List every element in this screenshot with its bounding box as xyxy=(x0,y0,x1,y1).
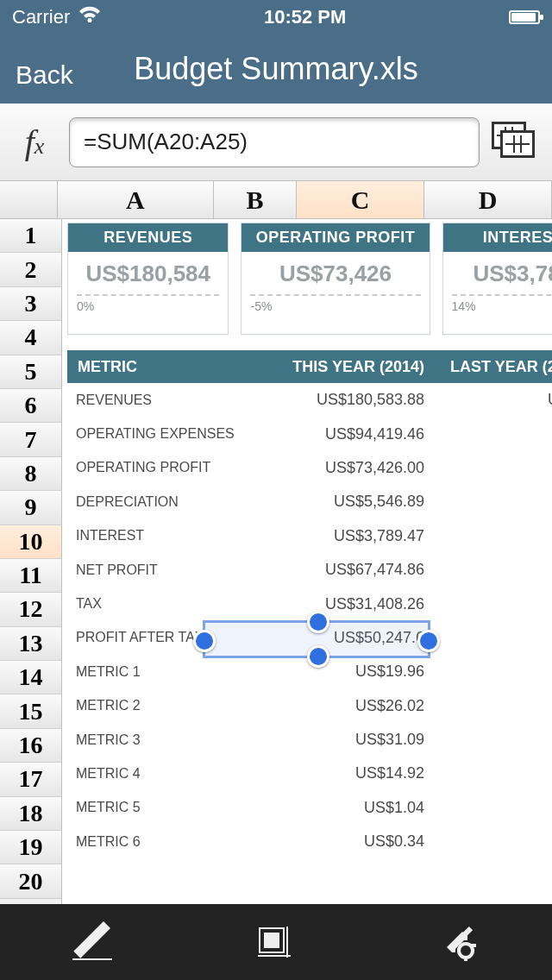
row-header[interactable]: 1 xyxy=(0,219,61,253)
table-row[interactable]: INTERESTUS$3,789.47US$3 xyxy=(67,519,552,553)
summary-card-operating-profit: OPERATING PROFIT US$73,426 -5% xyxy=(241,223,430,335)
table-header: METRIC THIS YEAR (2014) LAST YEAR (2 xyxy=(67,350,552,383)
card-pct: 14% xyxy=(443,296,552,313)
status-bar: Carrier 10:52 PM xyxy=(0,0,552,35)
clock: 10:52 PM xyxy=(264,6,346,28)
nav-bar: Back Budget Summary.xls xyxy=(0,35,552,104)
column-header-d[interactable]: D xyxy=(424,181,552,218)
card-value: US$3,789 xyxy=(443,252,552,291)
card-title: REVENUES xyxy=(68,223,228,252)
selection-handle-right[interactable] xyxy=(417,630,440,652)
row-header[interactable]: 5 xyxy=(0,355,61,389)
row-header[interactable]: 15 xyxy=(0,694,61,728)
formula-input[interactable] xyxy=(69,117,480,167)
summary-card-interest: INTEREST US$3,789 14% xyxy=(442,223,552,335)
card-pct: -5% xyxy=(242,296,429,313)
card-value: US$73,426 xyxy=(242,252,429,291)
card-pct: 0% xyxy=(68,296,228,313)
selection-handle-left[interactable] xyxy=(193,630,216,652)
cell-selection[interactable] xyxy=(203,620,430,658)
card-value: US$180,584 xyxy=(68,252,228,291)
row-header[interactable]: 11 xyxy=(0,559,61,593)
table-row[interactable]: DEPRECIATIONUS$5,546.89US$5 xyxy=(67,485,552,518)
row-header[interactable]: 17 xyxy=(0,763,61,796)
row-header[interactable]: 10 xyxy=(0,525,61,559)
selection-handle-top[interactable] xyxy=(307,611,329,633)
table-row[interactable]: METRIC 6US$0.34U xyxy=(67,825,552,858)
table-row[interactable]: NET PROFITUS$67,474.86US$66 xyxy=(67,553,552,587)
table-row[interactable]: METRIC 4US$14.92US xyxy=(67,757,552,790)
formula-bar: fx xyxy=(0,104,552,181)
cell-canvas[interactable]: REVENUES US$180,584 0% OPERATING PROFIT … xyxy=(62,219,552,904)
row-header[interactable]: 6 xyxy=(0,389,61,423)
row-header[interactable]: 3 xyxy=(0,287,61,321)
column-header-b[interactable]: B xyxy=(214,181,297,218)
draft-tool-icon[interactable] xyxy=(69,921,116,963)
row-header[interactable]: 20 xyxy=(0,864,61,898)
table-row[interactable]: METRIC 2US$26.02US xyxy=(67,689,552,723)
row-header[interactable]: 19 xyxy=(0,831,61,864)
back-button[interactable]: Back xyxy=(16,60,73,90)
table-row[interactable]: OPERATING PROFITUS$73,426.00US$77 xyxy=(67,451,552,485)
spreadsheet-grid[interactable]: 1 2 3 4 5 6 7 8 9 10 11 12 13 14 15 16 1… xyxy=(0,219,552,904)
row-header[interactable]: 2 xyxy=(0,253,61,286)
table-row[interactable]: REVENUESUS$180,583.88US$180 xyxy=(67,383,552,417)
row-headers: 1 2 3 4 5 6 7 8 9 10 11 12 13 14 15 16 1… xyxy=(0,219,62,904)
summary-card-revenues: REVENUES US$180,584 0% xyxy=(67,223,229,335)
battery-icon xyxy=(509,10,540,24)
column-header-c[interactable]: C xyxy=(297,181,424,218)
table-row[interactable]: OPERATING EXPENSESUS$94,419.46US$80 xyxy=(67,417,552,450)
card-title: INTEREST xyxy=(443,223,552,252)
row-header[interactable]: 4 xyxy=(0,321,61,355)
row-header[interactable]: 14 xyxy=(0,661,61,694)
wifi-icon xyxy=(78,6,101,28)
layout-tool-icon[interactable] xyxy=(253,921,299,963)
document-title: Budget Summary.xls xyxy=(134,51,417,87)
row-header[interactable]: 13 xyxy=(0,627,61,661)
carrier-label: Carrier xyxy=(12,6,70,28)
column-header-a[interactable]: A xyxy=(58,181,214,218)
sheets-button[interactable] xyxy=(492,122,540,163)
row-header[interactable]: 8 xyxy=(0,457,61,491)
fx-icon[interactable]: fx xyxy=(12,122,57,162)
table-row[interactable]: METRIC 3US$31.09US xyxy=(67,723,552,757)
svg-rect-1 xyxy=(265,933,279,947)
row-header[interactable]: 16 xyxy=(0,729,61,763)
row-header[interactable]: 9 xyxy=(0,491,61,525)
metrics-table: METRIC THIS YEAR (2014) LAST YEAR (2 REV… xyxy=(67,350,552,858)
table-row[interactable]: METRIC 5US$1.04U xyxy=(67,791,552,825)
select-all-corner[interactable] xyxy=(0,181,58,218)
settings-tool-icon[interactable] xyxy=(436,921,483,963)
selection-handle-bottom[interactable] xyxy=(307,645,329,668)
bottom-toolbar xyxy=(0,904,552,980)
row-header[interactable]: 18 xyxy=(0,797,61,831)
col-last-year: LAST YEAR (2 xyxy=(431,358,552,376)
column-header-row: A B C D xyxy=(0,181,552,219)
card-title: OPERATING PROFIT xyxy=(242,223,429,252)
col-metric: METRIC xyxy=(67,358,248,376)
row-header[interactable]: 7 xyxy=(0,423,61,456)
row-header[interactable]: 12 xyxy=(0,593,61,626)
col-this-year: THIS YEAR (2014) xyxy=(248,358,431,376)
